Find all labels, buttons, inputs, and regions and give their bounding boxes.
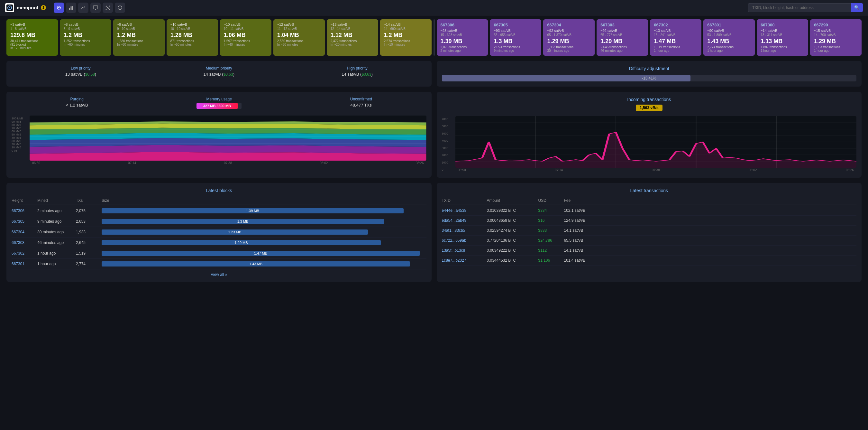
pending-block-1[interactable]: ~8 sat/vB 8 - 9 sat/vB 1.2 MB 1,252 tran…	[60, 19, 111, 56]
tx-row-5: 1c8e7...b2027 0.03444532 BTC $1,106 101.…	[442, 256, 857, 265]
fee-medium-value: 14 sat/vB ($0.63)	[203, 72, 235, 77]
fee-low-value: 13 sat/vB ($0.58)	[65, 72, 96, 77]
block-fee-rate: ~3 sat/vB	[10, 23, 54, 26]
pending-block-7[interactable]: ~14 sat/vB 14 - 690 sat/vB 1.2 MB 2,574 …	[380, 19, 432, 56]
tx-txid-link[interactable]: 34af1...83cb5	[442, 228, 487, 233]
block-height-link[interactable]: 667305	[11, 219, 37, 224]
latest-txs-panel: Latest transactions TXID Amount USD Fee …	[437, 183, 862, 282]
col-height: Height	[11, 198, 37, 203]
main-content: ~3 sat/vB 1 - 8 sat/vB 129.8 MB 30,471 t…	[0, 16, 868, 286]
pending-block-2[interactable]: ~9 sat/vB 9 - 10 sat/vB 1.2 MB 1,680 tra…	[113, 19, 165, 56]
mempool-bar-fill: 327 MB / 300 MB	[196, 103, 237, 109]
spacer	[6, 178, 862, 183]
block-time: In ~70 minutes	[10, 46, 54, 50]
fee-panel: Low priority 13 sat/vB ($0.58) Medium pr…	[6, 61, 432, 87]
block-size-bar: 1.23 MB	[102, 229, 368, 235]
svg-point-4	[58, 7, 60, 8]
block-row-5: 667301 1 hour ago 2,774 1.43 MB	[11, 259, 427, 269]
txs-table-header: TXID Amount USD Fee	[442, 197, 857, 204]
confirmed-block-6[interactable]: 667300 ~14 sat/vB 13 - 311 sat/vB 1.13 M…	[757, 19, 808, 56]
mempool-memory-bar: 327 MB / 300 MB	[196, 103, 242, 109]
fee-medium-label: Medium priority	[203, 66, 235, 70]
latest-blocks-title: Latest blocks	[11, 188, 427, 193]
fee-low-label: Low priority	[65, 66, 96, 70]
block-size-bar: 1.29 MB	[102, 240, 381, 245]
block-height-link[interactable]: 667304	[11, 230, 37, 234]
brand[interactable]: mempool ₿	[5, 3, 46, 12]
nav-charts-btn[interactable]	[78, 3, 88, 13]
fee-high-label: High priority	[342, 66, 373, 70]
tx-txid-link[interactable]: 1c8e7...b2027	[442, 258, 487, 263]
block-height-link[interactable]: 667301	[11, 262, 37, 266]
mempool-chart-area	[30, 116, 427, 161]
navbar: mempool ₿ i 🔍	[0, 0, 868, 16]
confirmed-block-5[interactable]: 667301 ~90 sat/vB 53 - 1,809 sat/vB 1.43…	[703, 19, 755, 56]
brand-name: mempool	[17, 5, 38, 10]
pending-block-3[interactable]: ~10 sat/vB 10 - 10 sat/vB 1.28 MB 871 tr…	[166, 19, 218, 56]
block-height-link[interactable]: 667303	[11, 240, 37, 245]
fee-low: Low priority 13 sat/vB ($0.58)	[65, 66, 96, 77]
pending-block-5[interactable]: ~12 sat/vB 11 - 12 sat/vB 1.04 MB 2,560 …	[273, 19, 325, 56]
mempool-unconfirmed: Unconfirmed 48,477 TXs	[350, 97, 372, 112]
incoming-chart-container: 7000 6000 5000 4000 3000 2000 1000 0	[442, 116, 857, 173]
nav-mempool-btn[interactable]	[54, 3, 64, 13]
block-size-bar: 1.47 MB	[102, 251, 420, 256]
confirmed-block-7[interactable]: 667299 ~15 sat/vB 14 - 700 sat/vB 1.29 M…	[810, 19, 862, 56]
fee-row: Low priority 13 sat/vB ($0.58) Medium pr…	[11, 66, 427, 77]
svg-line-19	[108, 8, 110, 9]
mempool-chart: 06:50 07:14 07:38 08:02 08:26	[30, 116, 427, 166]
view-all-blocks-link[interactable]: View all »	[211, 272, 227, 277]
difficulty-percent: -13.41%	[642, 76, 656, 81]
svg-rect-5	[69, 8, 70, 10]
pending-block-4[interactable]: ~10 sat/vB 10 - 11 sat/vB 1.06 MB 1,597 …	[220, 19, 272, 56]
confirmed-block-1[interactable]: 667305 ~93 sat/vB 55 - 955 sat/vB 1.3 MB…	[490, 19, 541, 56]
col-txs: TXs	[76, 198, 102, 203]
nav-monitor-btn[interactable]	[90, 3, 101, 13]
incoming-chart: 06:50 07:14 07:38 08:02 08:26	[455, 116, 857, 173]
confirmed-block-0[interactable]: 667306 ~28 sat/vB 15 - 623 sat/vB 1.39 M…	[437, 19, 488, 56]
block-size-bar: 1.43 MB	[102, 261, 410, 266]
block-size-bar: 1.3 MB	[102, 219, 384, 224]
search-button[interactable]: 🔍	[851, 3, 863, 12]
tx-txid-link[interactable]: 13a5f...b13c8	[442, 248, 487, 253]
tx-row-4: 13a5f...b13c8 0.00349222 BTC $112 14.1 s…	[442, 246, 857, 256]
col-txid: TXID	[442, 198, 487, 203]
nav-info-btn[interactable]: i	[115, 3, 125, 13]
difficulty-bar: -13.41%	[442, 75, 857, 81]
tx-txid-link[interactable]: 6c722...659ab	[442, 238, 487, 243]
pending-block-6[interactable]: ~13 sat/vB 12 - 14 sat/vB 1.12 MB 2,472 …	[327, 19, 378, 56]
pending-block-0[interactable]: ~3 sat/vB 1 - 8 sat/vB 129.8 MB 30,471 t…	[6, 19, 58, 56]
view-all-blocks: View all »	[11, 272, 427, 277]
blocks-table-header: Height Mined TXs Size	[11, 197, 427, 204]
brand-icon	[5, 3, 14, 12]
tx-txid-link[interactable]: e444e...a4538	[442, 208, 487, 213]
confirmed-block-3[interactable]: 667303 ~92 sat/vB 65 - 775 sat/vB 1.29 M…	[596, 19, 648, 56]
block-fee-range: 1 - 8 sat/vB	[10, 27, 54, 31]
latest-blocks-panel: Latest blocks Height Mined TXs Size 6673…	[6, 183, 432, 282]
block-height-link[interactable]: 667306	[11, 208, 37, 213]
fee-high-value: 14 sat/vB ($0.63)	[342, 72, 373, 77]
search-input[interactable]	[748, 3, 851, 12]
block-row-4: 667302 1 hour ago 1,519 1.47 MB	[11, 248, 427, 259]
block-height-link[interactable]: 667302	[11, 251, 37, 256]
difficulty-title: Difficulty adjustment	[442, 66, 857, 71]
tx-row-3: 6c722...659ab 0.77204136 BTC $24,786 65.…	[442, 236, 857, 246]
incoming-x-labels: 06:50 07:14 07:38 08:02 08:26	[455, 168, 857, 173]
network-badge: ₿	[41, 5, 46, 10]
nav-stats-btn[interactable]	[66, 3, 76, 13]
confirmed-block-4[interactable]: 667302 ~13 sat/vB 13 - 241 sat/vB 1.47 M…	[650, 19, 702, 56]
nav-network-btn[interactable]	[102, 3, 113, 13]
svg-line-18	[106, 8, 108, 9]
svg-text:i: i	[120, 6, 120, 10]
mempool-chart-container: 100 MvB 90 MvB 80 MvB 70 MvB 60 MvB 50 M…	[11, 116, 427, 166]
incoming-panel: Incoming transactions 1,563 vB/s 7000 60…	[437, 92, 862, 178]
svg-rect-8	[93, 6, 98, 9]
confirmed-block-2[interactable]: 667304 ~92 sat/vB 65 - 1,370 sat/vB 1.29…	[543, 19, 595, 56]
svg-marker-45	[455, 132, 857, 168]
block-size: 129.8 MB	[10, 32, 54, 39]
tx-txid-link[interactable]: eda54...2ab49	[442, 218, 487, 223]
block-row-1: 667305 9 minutes ago 2,653 1.3 MB	[11, 216, 427, 227]
mempool-stats: Purging < 1.2 sat/vB Memory usage 327 MB…	[11, 97, 427, 112]
charts-row: Purging < 1.2 sat/vB Memory usage 327 MB…	[6, 92, 862, 178]
col-size: Size	[102, 198, 427, 203]
